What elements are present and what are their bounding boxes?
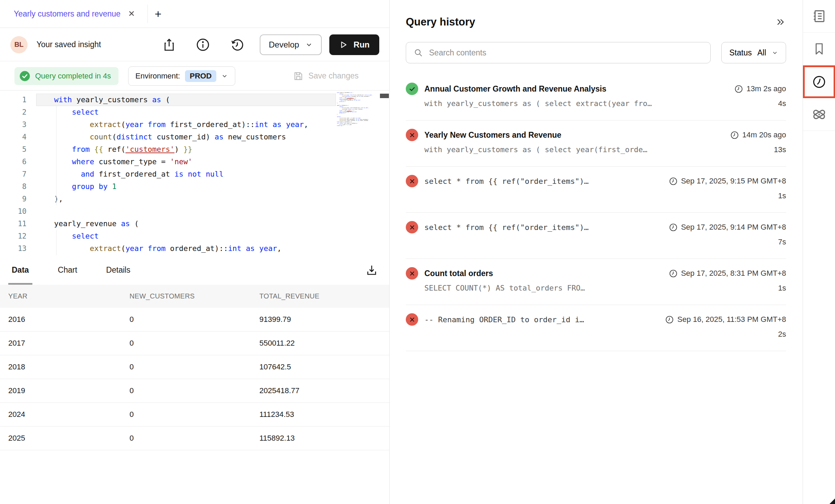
code-text: group by 1 <box>36 180 336 193</box>
code-line[interactable]: 13 extract(year from ordered_at)::int as… <box>0 242 336 255</box>
line-number: 4 <box>0 131 36 143</box>
column-header[interactable]: NEW_CUSTOMERS <box>130 292 259 300</box>
history-item-timestamp: Sep 17, 2025, 9:14 PM GMT+8 <box>669 223 786 232</box>
table-cell: 0 <box>130 339 259 348</box>
develop-button[interactable]: Develop <box>260 34 322 55</box>
error-status-icon <box>406 221 418 233</box>
line-number: 8 <box>0 180 36 193</box>
table-row[interactable]: 2016091399.79 <box>0 308 390 332</box>
code-text: extract(year from first_ordered_at)::int… <box>36 118 336 131</box>
line-number: 2 <box>0 106 36 118</box>
table-cell: 107642.5 <box>259 363 390 371</box>
table-row[interactable]: 20180107642.5 <box>0 355 390 379</box>
collapse-panel-icon[interactable] <box>774 17 786 27</box>
table-cell: 0 <box>130 363 259 371</box>
editor-minimap[interactable]: with yearly_customers as ( select extrac… <box>337 92 381 254</box>
history-item-timestamp: Sep 17, 2025, 8:31 PM GMT+8 <box>669 269 786 278</box>
query-history-item[interactable]: Yearly New Customers and Revenue14m 20s … <box>406 120 786 167</box>
error-status-icon <box>406 313 418 326</box>
save-changes-button[interactable]: Save changes <box>293 71 359 81</box>
table-cell: 2016 <box>0 315 130 324</box>
column-header[interactable]: YEAR <box>0 292 130 300</box>
code-text: extract(year from ordered_at)::int as ye… <box>36 242 336 255</box>
query-history-item[interactable]: select * from {{ ref("order_items")…Sep … <box>406 213 786 259</box>
query-history-list: Annual Customer Growth and Revenue Analy… <box>406 74 786 351</box>
code-line[interactable]: 7 and first_ordered_at is not null <box>0 168 336 180</box>
develop-label: Develop <box>269 40 299 50</box>
status-filter-dropdown[interactable]: Status All <box>721 42 786 63</box>
table-row[interactable]: 201902025418.77 <box>0 379 390 403</box>
table-cell: 0 <box>130 410 259 419</box>
new-tab-button[interactable]: + <box>155 8 162 20</box>
table-row[interactable]: 20250115892.13 <box>0 427 390 450</box>
history-item-timestamp: Sep 16, 2025, 11:53 PM GMT+8 <box>665 315 786 324</box>
status-filter-value: All <box>757 48 766 57</box>
save-icon <box>293 71 303 81</box>
sql-editor[interactable]: 1with yearly_customers as (2 select3 ext… <box>0 91 390 255</box>
tab-separator <box>147 4 148 23</box>
editor-panel: Yearly customers and revenue ✕ + BL Your… <box>0 0 390 504</box>
table-row[interactable]: 20170550011.22 <box>0 332 390 355</box>
table-cell: 2019 <box>0 386 130 395</box>
search-box[interactable] <box>406 42 711 63</box>
search-icon <box>414 48 423 57</box>
environment-label: Environment: <box>135 72 180 81</box>
run-button[interactable]: Run <box>329 34 379 55</box>
table-cell: 2024 <box>0 410 130 419</box>
query-history-item[interactable]: Annual Customer Growth and Revenue Analy… <box>406 74 786 120</box>
tab-close-icon[interactable]: ✕ <box>128 10 135 18</box>
history-item-timestamp: 14m 20s ago <box>730 130 786 139</box>
code-line[interactable]: 2 select <box>0 106 336 118</box>
query-history-item[interactable]: Count total ordersSep 17, 2025, 8:31 PM … <box>406 259 786 305</box>
page-title: Query history <box>406 16 475 28</box>
version-history-icon[interactable] <box>230 38 245 52</box>
column-header[interactable]: TOTAL_REVENUE <box>259 292 390 300</box>
history-item-title: Yearly New Customers and Revenue <box>424 130 723 140</box>
code-line[interactable]: 6 where customer_type = 'new' <box>0 156 336 168</box>
window-resize-grip[interactable] <box>829 498 835 504</box>
code-line[interactable]: 8 group by 1 <box>0 180 336 193</box>
results-table: YEARNEW_CUSTOMERSTOTAL_REVENUE 201609139… <box>0 285 390 450</box>
info-icon[interactable] <box>196 38 210 52</box>
bookmark-icon[interactable] <box>803 33 835 65</box>
code-line[interactable]: 9), <box>0 193 336 205</box>
notebook-icon[interactable] <box>803 0 835 33</box>
table-cell: 115892.13 <box>259 434 390 443</box>
error-status-icon <box>406 267 418 280</box>
editor-scrollbar-thumb[interactable] <box>380 94 389 98</box>
history-item-duration: 4s <box>778 99 786 108</box>
table-row[interactable]: 20240111234.53 <box>0 403 390 427</box>
code-line[interactable]: 1with yearly_customers as ( <box>0 94 336 106</box>
code-line[interactable]: 3 extract(year from first_ordered_at)::i… <box>0 118 336 131</box>
results-tab-chart[interactable]: Chart <box>58 255 77 285</box>
code-line[interactable]: 11yearly_revenue as ( <box>0 218 336 230</box>
code-line[interactable]: 10 <box>0 205 336 218</box>
environment-value: PROD <box>185 70 217 82</box>
results-tab-bar: DataChartDetails <box>0 255 390 285</box>
query-history-item[interactable]: -- Renaming ORDER_ID to order_id i…Sep 1… <box>406 305 786 351</box>
play-icon <box>339 40 348 49</box>
code-text: where customer_type = 'new' <box>36 156 336 168</box>
query-status-badge: Query completed in 4s <box>14 67 118 85</box>
results-tab-details[interactable]: Details <box>106 255 130 285</box>
history-item-duration: 13s <box>774 145 786 154</box>
history-item-title: select * from {{ ref("order_items")… <box>424 223 662 232</box>
history-item-duration: 7s <box>778 238 786 246</box>
table-header-row: YEARNEW_CUSTOMERSTOTAL_REVENUE <box>0 285 390 308</box>
history-item-duration: 1s <box>778 284 786 293</box>
environment-select[interactable]: Environment: PROD <box>128 66 235 86</box>
results-tab-data[interactable]: Data <box>12 255 29 285</box>
code-line[interactable]: 4 count(distinct customer_id) as new_cus… <box>0 131 336 143</box>
assistant-icon[interactable] <box>803 98 835 131</box>
query-history-item[interactable]: select * from {{ ref("order_items")…Sep … <box>406 167 786 213</box>
code-line[interactable]: 5 from {{ ref('customers') }} <box>0 143 336 156</box>
search-input[interactable] <box>429 48 703 57</box>
share-icon[interactable] <box>163 38 176 52</box>
download-icon[interactable] <box>365 264 378 276</box>
run-label: Run <box>353 40 370 50</box>
tab-yearly-customers-and-revenue[interactable]: Yearly customers and revenue ✕ <box>0 0 147 28</box>
code-text: count(distinct customer_id) as new_custo… <box>36 131 336 143</box>
query-history-icon[interactable] <box>803 65 835 98</box>
toolbar-icons <box>163 38 245 52</box>
code-line[interactable]: 12 select <box>0 230 336 242</box>
